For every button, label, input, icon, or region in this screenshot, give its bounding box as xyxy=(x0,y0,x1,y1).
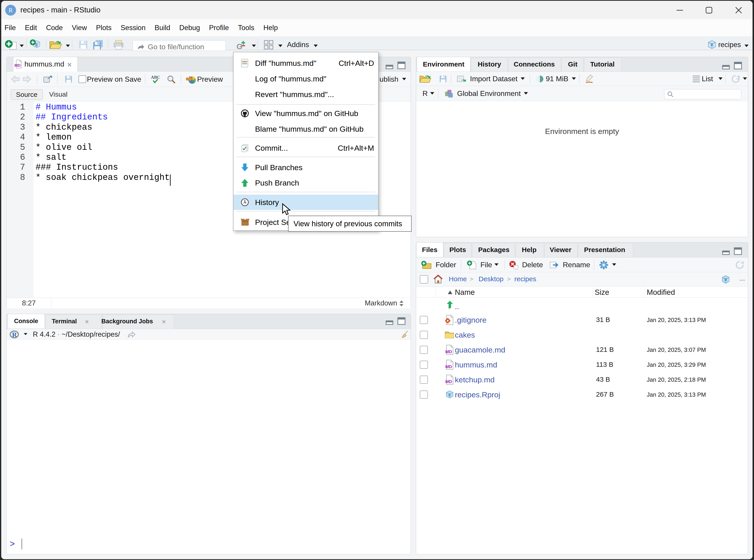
svg-text:G: G xyxy=(237,42,242,51)
svg-text:R: R xyxy=(725,277,727,282)
svg-text:R: R xyxy=(12,331,17,338)
svg-text:R: R xyxy=(711,42,713,47)
svg-text:MD: MD xyxy=(445,364,452,369)
svg-text:ABC: ABC xyxy=(151,75,160,80)
svg-text:MD: MD xyxy=(445,349,452,354)
svg-text:MD: MD xyxy=(15,63,21,68)
svg-text:R: R xyxy=(8,7,13,14)
svg-text:MD: MD xyxy=(445,379,452,384)
svg-text:R: R xyxy=(448,393,451,397)
